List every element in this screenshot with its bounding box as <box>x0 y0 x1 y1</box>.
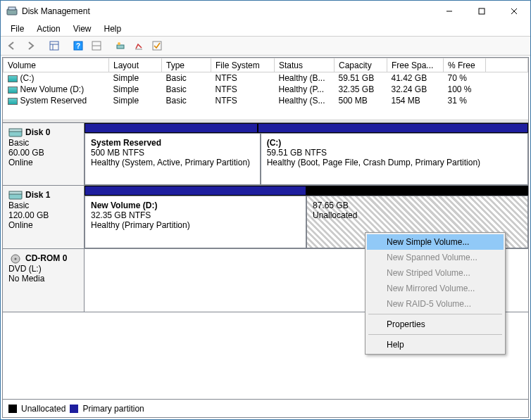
disk-icon <box>8 191 23 201</box>
svg-rect-13 <box>117 45 124 49</box>
menu-help[interactable]: Help <box>99 23 127 35</box>
volume-icon <box>8 87 18 94</box>
disk-management-window: Disk Management File Action View Help ? … <box>0 0 531 420</box>
view-list-button[interactable] <box>130 38 147 53</box>
col-free[interactable]: Free Spa... <box>387 58 444 72</box>
svg-rect-18 <box>9 129 22 132</box>
svg-rect-3 <box>479 8 485 14</box>
partition[interactable]: System Reserved500 MB NTFSHealthy (Syste… <box>85 133 261 185</box>
col-volume[interactable]: Volume <box>4 58 109 72</box>
menu-properties[interactable]: Properties <box>367 317 504 332</box>
svg-rect-1 <box>8 7 15 10</box>
menu-new-mirrored-volume: New Mirrored Volume... <box>367 281 504 296</box>
svg-rect-16 <box>153 42 161 50</box>
checkbox-button[interactable] <box>149 38 165 53</box>
legend-unallocated-swatch <box>8 405 17 413</box>
table-row[interactable]: New Volume (D:)SimpleBasicNTFSHealthy (P… <box>4 84 528 95</box>
legend-unallocated-label: Unallocated <box>21 404 65 414</box>
legend: Unallocated Primary partition <box>3 399 528 417</box>
window-title: Disk Management <box>22 6 433 16</box>
maximize-button[interactable] <box>466 1 498 22</box>
views-button[interactable] <box>46 38 63 53</box>
app-icon <box>6 6 18 17</box>
menu-new-simple-volume[interactable]: New Simple Volume... <box>367 234 504 250</box>
svg-rect-20 <box>9 191 22 194</box>
menu-view[interactable]: View <box>68 23 97 35</box>
menu-action[interactable]: Action <box>31 23 65 35</box>
column-headers[interactable]: Volume Layout Type File System Status Ca… <box>4 58 528 72</box>
col-status[interactable]: Status <box>275 58 335 72</box>
disk-info[interactable]: CD-ROM 0 DVD (L:)No Media <box>3 249 85 312</box>
disk-info[interactable]: Disk 0 Basic60.00 GBOnline <box>3 123 85 185</box>
svg-text:?: ? <box>76 42 80 50</box>
table-row[interactable]: (C:)SimpleBasicNTFSHealthy (B...59.51 GB… <box>4 72 528 84</box>
svg-point-14 <box>118 42 120 45</box>
menu-new-striped-volume: New Striped Volume... <box>367 265 504 281</box>
help-button[interactable]: ? <box>70 38 87 53</box>
col-fs[interactable]: File System <box>211 58 275 72</box>
svg-rect-6 <box>50 42 58 50</box>
volume-icon <box>8 98 18 105</box>
col-pct[interactable]: % Free <box>444 58 486 72</box>
legend-primary-swatch <box>70 405 78 413</box>
menu-new-spanned-volume: New Spanned Volume... <box>367 250 504 265</box>
disk-icon <box>8 254 23 264</box>
disk-icon <box>8 128 23 138</box>
toolbar: ? <box>1 36 530 56</box>
disk-info[interactable]: Disk 1 Basic120.00 GBOnline <box>3 186 85 248</box>
menu-help[interactable]: Help <box>367 337 504 352</box>
close-button[interactable] <box>498 1 530 22</box>
view-top-button[interactable] <box>112 38 129 53</box>
volume-list[interactable]: Volume Layout Type File System Status Ca… <box>3 58 528 120</box>
col-layout[interactable]: Layout <box>109 58 162 72</box>
menu-new-raid5-volume: New RAID-5 Volume... <box>367 296 504 312</box>
partition[interactable]: New Volume (D:)32.35 GB NTFSHealthy (Pri… <box>85 196 306 248</box>
col-type[interactable]: Type <box>162 58 211 72</box>
partition[interactable]: (C:)59.51 GB NTFSHealthy (Boot, Page Fil… <box>261 133 528 185</box>
col-capacity[interactable]: Capacity <box>335 58 387 72</box>
disk-row: Disk 0 Basic60.00 GBOnline System Reserv… <box>3 122 528 186</box>
menu-file[interactable]: File <box>5 23 30 35</box>
titlebar[interactable]: Disk Management <box>1 1 530 22</box>
legend-primary-label: Primary partition <box>82 404 144 414</box>
volume-icon <box>8 75 18 82</box>
table-row[interactable]: System ReservedSimpleBasicNTFSHealthy (S… <box>4 95 528 106</box>
forward-button[interactable] <box>22 38 39 53</box>
svg-point-22 <box>15 257 17 260</box>
minimize-button[interactable] <box>433 1 466 22</box>
menubar: File Action View Help <box>1 22 530 36</box>
context-menu[interactable]: New Simple Volume... New Spanned Volume.… <box>365 232 506 355</box>
settings-button[interactable] <box>88 38 105 53</box>
back-button[interactable] <box>4 38 20 53</box>
